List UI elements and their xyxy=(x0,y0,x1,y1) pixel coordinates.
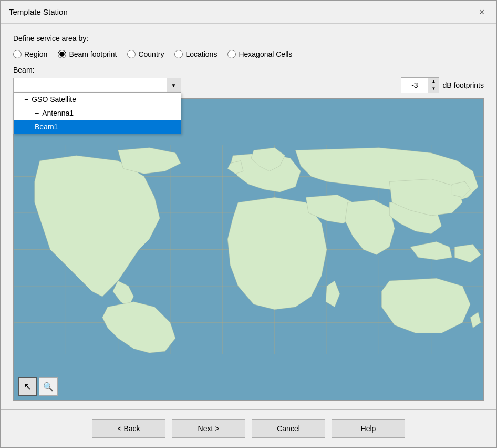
dropdown-item-antenna1[interactable]: − Antenna1 xyxy=(14,106,181,120)
radio-region[interactable]: Region xyxy=(13,50,47,58)
dropdown-item-gso[interactable]: − GSO Satellite xyxy=(14,93,181,106)
db-value-input[interactable] xyxy=(401,78,428,93)
beam-controls-row: ▼ − GSO Satellite − Antenna1 Beam1 xyxy=(13,77,484,93)
antenna1-prefix: − xyxy=(35,109,39,117)
beam1-label: Beam1 xyxy=(35,123,58,131)
gso-label: GSO Satellite xyxy=(32,95,76,104)
map-toolbar: ↖ 🔍 xyxy=(18,377,58,396)
radio-country-label: Country xyxy=(138,50,164,58)
radio-locations-label: Locations xyxy=(185,50,217,58)
radio-group: Region Beam footprint Country Locations … xyxy=(13,50,484,58)
spin-up-button[interactable]: ▲ xyxy=(428,78,439,85)
footer-divider xyxy=(1,409,496,410)
radio-beam-footprint-input[interactable] xyxy=(58,50,66,58)
dialog-title: Template Station xyxy=(9,7,68,16)
spinner-buttons: ▲ ▼ xyxy=(428,78,439,93)
search-tool-button[interactable]: 🔍 xyxy=(39,377,58,396)
radio-country[interactable]: Country xyxy=(127,50,164,58)
template-station-dialog: Template Station × Define service area b… xyxy=(0,0,497,448)
cancel-button[interactable]: Cancel xyxy=(252,419,325,438)
gso-prefix: − xyxy=(24,95,28,104)
radio-country-input[interactable] xyxy=(127,50,136,58)
title-bar: Template Station × xyxy=(1,1,496,24)
radio-beam-footprint-label: Beam footprint xyxy=(69,50,117,58)
db-controls: ▲ ▼ dB footprints xyxy=(401,77,484,93)
radio-hexagonal-cells-label: Hexagonal Cells xyxy=(239,50,292,58)
beam-dropdown-wrapper: ▼ − GSO Satellite − Antenna1 Beam1 xyxy=(13,78,181,93)
beam-section: Beam: ▼ − GSO Satellite − Antenna1 xyxy=(13,66,484,93)
radio-locations[interactable]: Locations xyxy=(174,50,217,58)
beam-dropdown-arrow[interactable]: ▼ xyxy=(167,78,181,93)
antenna1-label: Antenna1 xyxy=(42,109,74,117)
help-button[interactable]: Help xyxy=(332,419,405,438)
map-container[interactable]: ↖ 🔍 xyxy=(13,98,484,401)
define-label: Define service area by: xyxy=(13,34,484,43)
db-value-box: ▲ ▼ xyxy=(401,77,439,93)
close-button[interactable]: × xyxy=(475,6,488,18)
beam-label: Beam: xyxy=(13,66,34,74)
radio-region-label: Region xyxy=(24,50,47,58)
back-button[interactable]: < Back xyxy=(92,419,165,438)
radio-beam-footprint[interactable]: Beam footprint xyxy=(58,50,117,58)
dropdown-item-beam1[interactable]: Beam1 xyxy=(14,120,181,134)
beam-dropdown-list: − GSO Satellite − Antenna1 Beam1 xyxy=(13,93,181,134)
footer-buttons: < Back Next > Cancel Help xyxy=(1,413,496,447)
radio-hexagonal-cells-input[interactable] xyxy=(227,50,236,58)
radio-locations-input[interactable] xyxy=(174,50,183,58)
next-button[interactable]: Next > xyxy=(172,419,245,438)
cursor-tool-button[interactable]: ↖ xyxy=(18,377,37,396)
radio-hexagonal-cells[interactable]: Hexagonal Cells xyxy=(227,50,292,58)
db-footprints-label: dB footprints xyxy=(442,81,484,89)
spin-down-button[interactable]: ▼ xyxy=(428,85,439,93)
world-map-svg xyxy=(14,99,483,400)
radio-region-input[interactable] xyxy=(13,50,22,58)
dialog-content: Define service area by: Region Beam foot… xyxy=(1,24,496,406)
beam-dropdown-input[interactable] xyxy=(13,78,181,93)
